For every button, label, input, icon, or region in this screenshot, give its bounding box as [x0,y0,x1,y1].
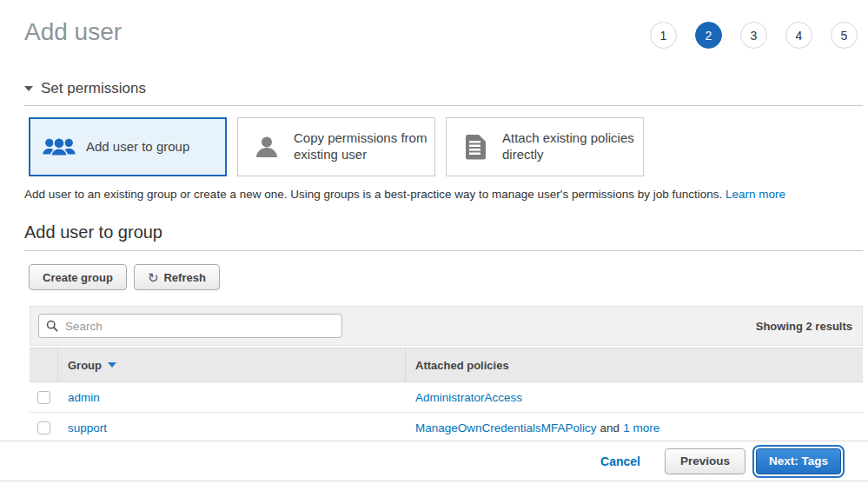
card-label: Attach existing policies directly [502,130,636,163]
sort-desc-icon [108,362,116,368]
description-text: Add user to an existing group or create … [24,188,722,201]
table-row: admin AdministratorAccess [30,382,863,413]
group-link[interactable]: support [68,421,107,434]
card-label: Add user to group [86,139,189,156]
search-input[interactable] [38,314,342,338]
policies-column-label: Attached policies [415,359,509,372]
step-circle-2-active: 2 [695,22,722,49]
table-toolbar: Showing 2 results [30,306,863,346]
search-box [38,314,342,338]
groups-description: Add user to an existing group or create … [24,188,844,201]
set-permissions-header: Set permissions [24,80,844,97]
table-row: support ManageOwnCredentialsMFAPolicy an… [30,413,863,443]
card-label: Copy permissions from existing user [294,130,427,163]
step-circle-1: 1 [650,22,677,49]
groups-table: Showing 2 results Group Attached policie… [30,306,863,443]
page-title: Add user [24,17,122,47]
cancel-button[interactable]: Cancel [600,454,640,468]
group-actions: Create group ↻ Refresh [29,264,868,290]
policy-link[interactable]: AdministratorAccess [415,391,522,404]
group-column-label: Group [68,359,102,372]
table-header-row: Group Attached policies [30,348,863,382]
divider [24,105,863,106]
page-header: Add user 1 2 3 4 5 [0,0,868,49]
refresh-icon: ↻ [148,271,159,284]
collapse-arrow-icon[interactable] [24,86,33,91]
add-user-to-group-title: Add user to group [24,222,844,242]
learn-more-link[interactable]: Learn more [726,188,785,201]
policy-connector: and [600,421,620,434]
results-count: Showing 2 results [756,320,852,333]
users-icon [42,135,76,159]
refresh-button[interactable]: ↻ Refresh [134,264,220,290]
create-group-button[interactable]: Create group [29,264,127,290]
card-attach-policies[interactable]: Attach existing policies directly [446,117,644,176]
header-checkbox-cell [30,348,58,381]
step-circle-4: 4 [785,22,812,49]
policy-link[interactable]: ManageOwnCredentialsMFAPolicy [415,421,597,434]
refresh-label: Refresh [163,271,205,284]
divider [24,250,863,251]
previous-button[interactable]: Previous [665,448,745,474]
row-checkbox[interactable] [37,421,50,434]
user-icon [249,134,284,160]
card-copy-permissions[interactable]: Copy permissions from existing user [237,117,435,176]
header-policies-cell: Attached policies [406,348,863,381]
search-icon [46,320,58,332]
row-checkbox[interactable] [37,391,50,404]
group-link[interactable]: admin [68,391,100,404]
document-icon [458,134,493,160]
permission-option-cards: Add user to group Copy permissions from … [29,117,868,176]
step-circle-5: 5 [831,22,858,49]
add-user-page: Add user 1 2 3 4 5 Set permissions [0,0,868,484]
step-indicator: 1 2 3 4 5 [650,22,858,49]
step-circle-3: 3 [740,22,767,49]
card-add-user-to-group[interactable]: Add user to group [29,117,227,176]
set-permissions-title: Set permissions [41,80,146,97]
next-tags-button[interactable]: Next: Tags [756,448,841,474]
group-column-sort[interactable]: Group [68,359,116,372]
wizard-footer: Cancel Previous Next: Tags [0,441,868,481]
more-policies-link[interactable]: 1 more [623,421,659,434]
header-group-cell: Group [58,348,406,381]
